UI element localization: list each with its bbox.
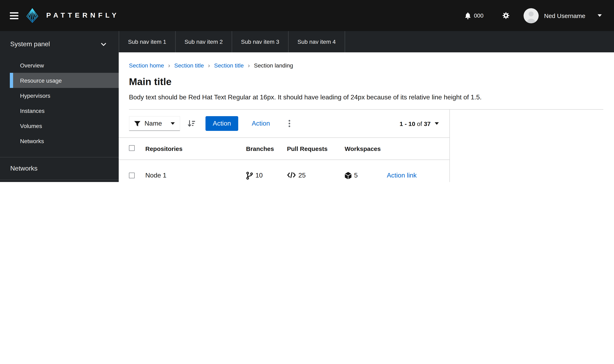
toolbar: Name — [119, 110, 450, 138]
breadcrumb: Section home › Section title › Section t… — [129, 61, 603, 70]
sidebar-section-networks[interactable]: Networks — [0, 157, 119, 180]
masthead: PATTERNFLY 000 — [0, 0, 614, 31]
sidebar-section-policy[interactable]: Policy — [0, 180, 119, 182]
row-checkbox[interactable] — [129, 173, 135, 178]
sort-icon — [188, 120, 195, 127]
gear-icon — [502, 12, 510, 19]
sidebar-item-hypervisors[interactable]: Hypervisors — [10, 88, 119, 103]
filter-icon — [134, 121, 140, 126]
sidebar-group-label: System panel — [10, 39, 50, 50]
breadcrumb-link[interactable]: Section title — [174, 61, 204, 70]
breadcrumb-link[interactable]: Section title — [214, 61, 244, 70]
chevron-down-icon — [101, 42, 107, 46]
column-header-pull-requests: Pull Requests — [287, 145, 345, 152]
chevron-down-icon — [598, 14, 602, 17]
code-icon — [287, 172, 296, 178]
main-column: Sub nav item 1 Sub nav item 2 Sub nav it… — [119, 31, 614, 182]
avatar-icon — [524, 8, 539, 23]
tab-sub-nav-item-4[interactable]: Sub nav item 4 — [288, 31, 345, 52]
sort-button[interactable] — [188, 120, 195, 127]
secondary-action-button[interactable]: Action — [252, 120, 270, 127]
table-section: Name — [119, 110, 450, 182]
nav-toggle-button[interactable] — [10, 12, 18, 19]
breadcrumb-separator-icon: › — [208, 61, 210, 70]
table-header-row: Repositories Branches Pull Requests Work… — [119, 138, 450, 160]
brand-text: PATTERNFLY — [46, 12, 119, 20]
breadcrumb-current: Section landing — [254, 61, 293, 70]
tab-sub-nav-item-3[interactable]: Sub nav item 3 — [232, 31, 288, 52]
app-window: PATTERNFLY 000 — [0, 0, 614, 182]
subnav-tabs: Sub nav item 1 Sub nav item 2 Sub nav it… — [119, 31, 614, 52]
kebab-menu-button[interactable] — [287, 120, 292, 127]
sidebar-sub-list: Overview Resource usage Hypervisors Inst… — [10, 58, 119, 148]
column-header-workspaces: Workspaces — [345, 145, 387, 152]
sidebar-item-networks[interactable]: Networks — [10, 133, 119, 148]
caret-down-icon — [171, 122, 175, 125]
page-header: Section home › Section title › Section t… — [119, 52, 614, 110]
selection-drawer: 2 Nodes selected Peform a bulk action on… — [450, 110, 614, 182]
pagination-total: 37 — [424, 120, 431, 127]
pagination-range: 1 - 10 — [399, 120, 415, 127]
settings-button[interactable] — [502, 12, 510, 19]
sidebar-item-volumes[interactable]: Volumes — [10, 118, 119, 133]
breadcrumb-link[interactable]: Section home — [129, 61, 164, 70]
avatar — [524, 8, 539, 23]
branches-count: 10 — [255, 170, 263, 180]
sidebar-nav: System panel Overview Resource usage Hyp… — [0, 31, 119, 182]
sidebar-item-instances[interactable]: Instances — [10, 103, 119, 118]
sidebar-sections: Networks Policy Authentication — [0, 157, 119, 182]
primary-action-button[interactable]: Action — [205, 116, 238, 131]
sidebar-item-resource-usage[interactable]: Resource usage — [10, 73, 119, 88]
page-body-text: Body text should be Red Hat Text Regular… — [129, 92, 603, 102]
sidebar-group-system-panel[interactable]: System panel — [0, 31, 119, 50]
kebab-icon — [289, 120, 290, 127]
table-row: Node 1 siemur/test-space 10 25 — [119, 160, 450, 182]
notification-count: 000 — [474, 12, 484, 19]
patternfly-logo-icon — [25, 8, 39, 23]
brand-logo[interactable]: PATTERNFLY — [25, 8, 119, 23]
pull-requests-count: 25 — [298, 170, 306, 180]
tab-sub-nav-item-1[interactable]: Sub nav item 1 — [119, 31, 175, 52]
masthead-utilities: 000 — [464, 8, 602, 23]
column-header-repositories: Repositories — [145, 145, 246, 152]
tab-sub-nav-item-2[interactable]: Sub nav item 2 — [175, 31, 232, 52]
page-title: Main title — [129, 75, 603, 88]
breadcrumb-separator-icon: › — [248, 61, 250, 70]
pagination-of-label: of — [417, 120, 422, 127]
row-action-link[interactable]: Action link — [387, 172, 417, 179]
filter-attribute-select[interactable]: Name — [129, 116, 180, 131]
workspaces-count: 5 — [354, 170, 358, 180]
notifications-button[interactable]: 000 — [464, 12, 484, 19]
caret-down-icon — [435, 122, 439, 125]
hamburger-icon — [10, 12, 18, 13]
pagination-menu-toggle[interactable]: 1 - 10 of 37 — [399, 120, 439, 127]
node-name: Node 1 — [145, 170, 246, 180]
filter-select-value: Name — [145, 120, 162, 127]
cube-icon — [345, 172, 352, 180]
column-header-branches: Branches — [246, 145, 287, 152]
select-all-checkbox[interactable] — [129, 145, 135, 151]
breadcrumb-separator-icon: › — [168, 61, 170, 70]
bell-icon — [464, 12, 471, 19]
sidebar-item-overview[interactable]: Overview — [10, 58, 119, 73]
user-menu-button[interactable]: Ned Username — [524, 8, 602, 23]
code-branch-icon — [246, 172, 253, 180]
username-label: Ned Username — [544, 12, 585, 19]
